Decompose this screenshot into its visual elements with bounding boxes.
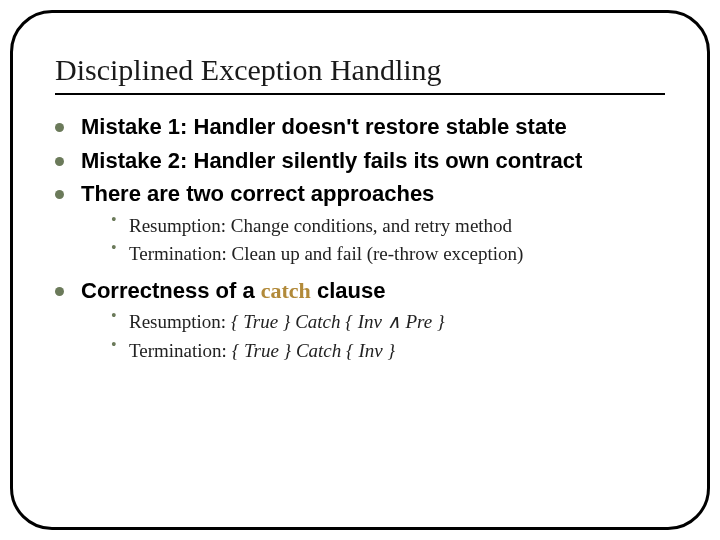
bullet-correctness: Correctness of a catch clause Resumption… (55, 277, 665, 364)
sub-list-approaches: Resumption: Change conditions, and retry… (81, 214, 665, 267)
label: Termination: (129, 340, 232, 361)
slide-title: Disciplined Exception Handling (55, 53, 665, 89)
label: Resumption: (129, 311, 231, 332)
bullet-mistake-2: Mistake 2: Handler silently fails its ow… (55, 147, 665, 175)
bullet-two-approaches: There are two correct approaches Resumpt… (55, 180, 665, 267)
bullet-mistake-1: Mistake 1: Handler doesn't restore stabl… (55, 113, 665, 141)
hoare-triple: { True } Catch { Inv ∧ Pre } (231, 311, 445, 332)
main-bullet-list: Mistake 1: Handler doesn't restore stabl… (55, 113, 665, 364)
bullet-text-post: clause (311, 278, 386, 303)
sub-resumption-spec: Resumption: { True } Catch { Inv ∧ Pre } (111, 310, 665, 335)
sub-termination-spec: Termination: { True } Catch { Inv } (111, 339, 665, 364)
sub-list-correctness: Resumption: { True } Catch { Inv ∧ Pre }… (81, 310, 665, 363)
bullet-text-pre: Correctness of a (81, 278, 261, 303)
title-underline (55, 93, 665, 95)
sub-resumption: Resumption: Change conditions, and retry… (111, 214, 665, 239)
bullet-text: There are two correct approaches (81, 181, 434, 206)
hoare-triple: { True } Catch { Inv } (232, 340, 395, 361)
catch-keyword: catch (261, 278, 311, 303)
slide-frame: Disciplined Exception Handling Mistake 1… (10, 10, 710, 530)
sub-termination: Termination: Clean up and fail (re-throw… (111, 242, 665, 267)
